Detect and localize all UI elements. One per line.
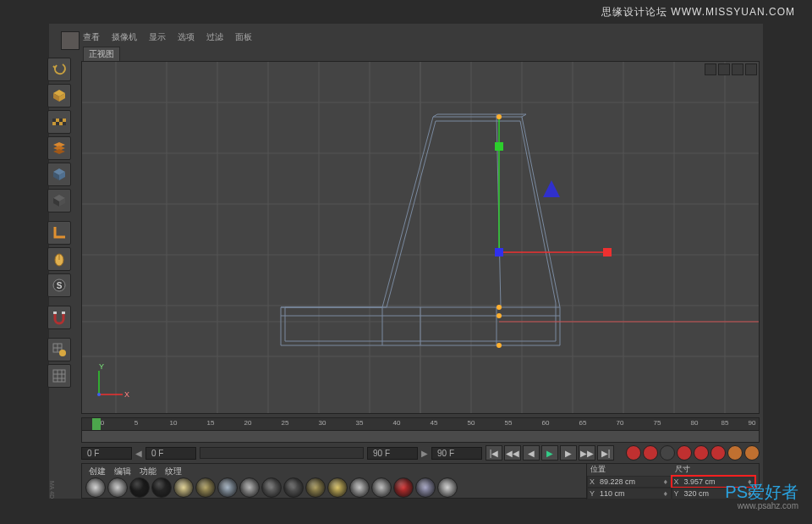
goto-start-button[interactable]: |◀ bbox=[486, 445, 502, 461]
menu-panel[interactable]: 面板 bbox=[235, 31, 252, 47]
layers-icon[interactable] bbox=[47, 136, 71, 160]
material-sphere[interactable] bbox=[85, 477, 106, 498]
vp-zoom-icon[interactable] bbox=[718, 63, 730, 75]
vp-maximize-icon[interactable] bbox=[745, 63, 757, 75]
step-fwd-button[interactable]: ▶ bbox=[560, 445, 577, 461]
material-sphere[interactable] bbox=[151, 477, 172, 498]
pos-x-field[interactable]: X89.228 cm♦ bbox=[587, 476, 672, 488]
vp-pan-icon[interactable] bbox=[705, 63, 716, 75]
viewport-label[interactable]: 正视图 bbox=[83, 47, 120, 62]
prev-key-button[interactable]: ◀◀ bbox=[504, 445, 521, 461]
viewport-menu-bar: 查看 摄像机 显示 选项 过滤 面板 bbox=[83, 31, 252, 47]
key-pla-button[interactable] bbox=[744, 445, 760, 461]
vp-rotate-icon[interactable] bbox=[732, 63, 743, 75]
material-sphere[interactable] bbox=[261, 477, 282, 498]
tab-create[interactable]: 创建 bbox=[89, 466, 106, 474]
timeline[interactable]: 0 5 10 15 20 25 30 35 40 45 50 55 60 65 … bbox=[81, 417, 760, 443]
separator bbox=[47, 332, 71, 335]
material-sphere[interactable] bbox=[349, 477, 370, 498]
record-button[interactable] bbox=[626, 445, 641, 461]
key-rot-button[interactable] bbox=[710, 445, 726, 461]
sphere-s-icon[interactable]: S bbox=[47, 273, 71, 297]
material-sphere[interactable] bbox=[393, 477, 414, 498]
tick: 60 bbox=[542, 419, 550, 427]
record-controls bbox=[626, 445, 760, 461]
tab-texture[interactable]: 纹理 bbox=[165, 466, 182, 474]
playback-controls: |◀ ◀◀ ◀ ▶ ▶ ▶▶ ▶| bbox=[486, 445, 614, 461]
key-param-button[interactable] bbox=[727, 445, 743, 461]
material-sphere[interactable] bbox=[283, 477, 304, 498]
autokey-button[interactable] bbox=[643, 445, 658, 461]
tick: 85 bbox=[721, 419, 729, 427]
tab-function[interactable]: 功能 bbox=[140, 466, 156, 474]
tick: 70 bbox=[617, 419, 624, 427]
key-scale-button[interactable] bbox=[694, 445, 709, 461]
material-sphere[interactable] bbox=[327, 477, 348, 498]
magnet-icon[interactable] bbox=[47, 306, 71, 329]
material-sphere[interactable] bbox=[173, 477, 194, 498]
undo-icon[interactable] bbox=[47, 58, 71, 81]
svg-point-66 bbox=[497, 305, 502, 310]
app-icon[interactable] bbox=[61, 31, 80, 50]
tick: 75 bbox=[654, 419, 661, 427]
lshape-icon[interactable] bbox=[47, 221, 71, 245]
material-sphere[interactable] bbox=[415, 477, 436, 498]
material-sphere[interactable] bbox=[305, 477, 326, 498]
timeline-playhead[interactable] bbox=[92, 418, 101, 430]
range-start-field[interactable]: 0 F bbox=[81, 447, 132, 460]
size-header: 尺寸 bbox=[672, 464, 756, 476]
svg-point-65 bbox=[497, 114, 502, 119]
mouse-icon[interactable] bbox=[47, 247, 71, 271]
material-sphere[interactable] bbox=[129, 477, 150, 498]
gizmo[interactable] bbox=[495, 114, 612, 348]
range-end-field[interactable]: 90 F bbox=[367, 447, 418, 460]
svg-point-73 bbox=[97, 393, 101, 396]
tick: 35 bbox=[356, 419, 364, 427]
project-end-field[interactable]: 90 F bbox=[431, 447, 482, 460]
svg-rect-27 bbox=[53, 370, 65, 382]
tick: 0 bbox=[101, 419, 104, 427]
tick: 10 bbox=[170, 419, 178, 427]
watermark-top: 思缘设计论坛 WWW.MISSYUAN.COM bbox=[601, 5, 795, 19]
tool-palette: S bbox=[47, 58, 73, 388]
grid-icon[interactable] bbox=[47, 364, 71, 388]
svg-rect-4 bbox=[52, 119, 56, 122]
viewport-front[interactable]: Y X bbox=[81, 61, 760, 414]
transport-scrubber[interactable] bbox=[200, 447, 364, 459]
svg-rect-60 bbox=[495, 142, 503, 151]
viewport-grid bbox=[82, 62, 759, 413]
material-sphere[interactable] bbox=[371, 477, 392, 498]
material-sphere[interactable] bbox=[195, 477, 216, 498]
position-header: 位置 bbox=[587, 464, 672, 476]
timeline-track[interactable] bbox=[82, 430, 759, 442]
current-frame-field[interactable]: 0 F bbox=[145, 447, 196, 460]
tab-edit[interactable]: 编辑 bbox=[114, 466, 131, 474]
play-back-button[interactable]: ◀ bbox=[523, 445, 540, 461]
play-button[interactable]: ▶ bbox=[541, 445, 558, 461]
watermark-bottom-right: PS爱好者 www.psahz.com bbox=[725, 483, 798, 510]
checker-icon[interactable] bbox=[47, 110, 71, 134]
material-sphere[interactable] bbox=[107, 477, 128, 498]
keyframe-sel-button[interactable] bbox=[660, 445, 675, 461]
svg-text:S: S bbox=[57, 281, 63, 290]
goto-end-button[interactable]: ▶| bbox=[597, 445, 614, 461]
menu-camera[interactable]: 摄像机 bbox=[112, 31, 137, 47]
material-sphere[interactable] bbox=[217, 477, 238, 498]
timeline-ruler[interactable]: 0 5 10 15 20 25 30 35 40 45 50 55 60 65 … bbox=[82, 418, 759, 430]
svg-marker-64 bbox=[543, 180, 560, 197]
material-sphere[interactable] bbox=[239, 477, 260, 498]
material-sphere[interactable] bbox=[437, 477, 458, 498]
transport-bar: 0 F ◀ 0 F 90 F ▶ 90 F |◀ ◀◀ ◀ ▶ ▶ ▶▶ ▶| bbox=[81, 444, 760, 461]
next-key-button[interactable]: ▶▶ bbox=[579, 445, 595, 461]
menu-filter[interactable]: 过滤 bbox=[206, 31, 223, 47]
menu-view[interactable]: 查看 bbox=[83, 31, 100, 47]
menu-display[interactable]: 显示 bbox=[149, 31, 166, 47]
cube-yellow-icon[interactable] bbox=[47, 84, 71, 108]
svg-rect-22 bbox=[62, 312, 65, 314]
grid-lock-icon[interactable] bbox=[47, 338, 71, 361]
key-pos-button[interactable] bbox=[677, 445, 692, 461]
menu-options[interactable]: 选项 bbox=[178, 31, 195, 47]
cube-dark-icon[interactable] bbox=[47, 189, 71, 212]
cube-blue-icon[interactable] bbox=[47, 163, 71, 186]
pos-y-field[interactable]: Y110 cm♦ bbox=[587, 488, 672, 499]
